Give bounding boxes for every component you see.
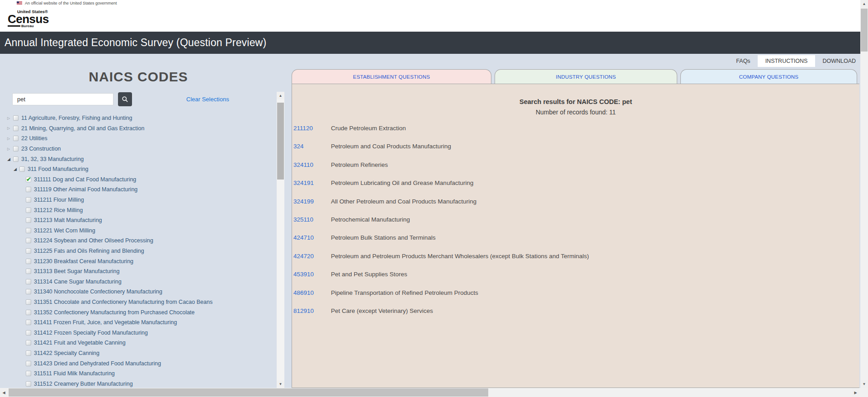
page-scroll-right-button[interactable]: ▶	[852, 388, 859, 397]
result-code-link[interactable]: 424710	[293, 233, 331, 242]
search-button[interactable]	[118, 92, 132, 106]
census-logo[interactable]: United States® Census Bureau	[8, 9, 49, 28]
tree-scrollbar[interactable]: ▲ ▼	[277, 92, 284, 388]
checkbox-checked[interactable]: ✔	[26, 177, 31, 182]
collapse-icon[interactable]: ◢	[7, 157, 13, 161]
checkbox[interactable]	[26, 217, 31, 223]
tree-item-label[interactable]: 311211 Flour Milling	[34, 197, 84, 203]
checkbox[interactable]	[26, 381, 31, 387]
tree-item[interactable]: 311221 Wet Corn Milling	[0, 226, 277, 236]
tree-item-label[interactable]: 311423 Dried and Dehydrated Food Manufac…	[34, 360, 161, 367]
tree-scroll-down-button[interactable]: ▼	[277, 380, 284, 388]
checkbox[interactable]	[26, 340, 31, 345]
page-horizontal-scrollbar[interactable]: ◀ ▶	[0, 388, 868, 397]
tree-item-label[interactable]: 311422 Specialty Canning	[34, 350, 99, 356]
tree-item[interactable]: 311119 Other Animal Food Manufacturing	[0, 184, 277, 195]
tree-item-label[interactable]: 311313 Beet Sugar Manufacturing	[34, 268, 119, 274]
expand-icon[interactable]: ▷	[7, 116, 13, 120]
tree-item-label[interactable]: 311351 Chocolate and Confectionery Manuf…	[34, 299, 212, 305]
result-code-link[interactable]: 486910	[293, 288, 331, 298]
checkbox[interactable]	[26, 320, 31, 325]
tree-item-label[interactable]: 311412 Frozen Specialty Food Manufacturi…	[34, 330, 148, 336]
result-code-link[interactable]: 324199	[293, 197, 331, 206]
faqs-link[interactable]: FAQs	[736, 58, 750, 64]
checkbox[interactable]	[26, 228, 31, 233]
tree-item-label[interactable]: 311314 Cane Sugar Manufacturing	[34, 279, 122, 285]
tree-item-label[interactable]: 311230 Breakfast Cereal Manufacturing	[34, 258, 133, 265]
checkbox[interactable]	[26, 330, 31, 336]
result-code-link[interactable]: 812910	[293, 307, 331, 316]
page-scroll-left-button[interactable]: ◀	[0, 388, 8, 397]
tree-item[interactable]: 311213 Malt Manufacturing	[0, 215, 277, 226]
tree-item-label[interactable]: 311111 Dog and Cat Food Manufacturing	[34, 176, 136, 183]
checkbox[interactable]	[26, 197, 31, 203]
tree-item[interactable]: 311313 Beet Sugar Manufacturing	[0, 266, 277, 277]
tab-industry-questions[interactable]: INDUSTRY QUESTIONS	[495, 69, 677, 84]
checkbox[interactable]	[13, 146, 19, 151]
result-code-link[interactable]: 453910	[293, 270, 331, 279]
tree-item[interactable]: ✔311111 Dog and Cat Food Manufacturing	[0, 175, 277, 185]
tree-item-label[interactable]: 311212 Rice Milling	[34, 207, 83, 213]
tree-item[interactable]: 311224 Soybean and Other Oilseed Process…	[0, 236, 277, 246]
tree-item[interactable]: 311340 Nonchocolate Confectionery Manufa…	[0, 287, 277, 297]
checkbox[interactable]	[26, 248, 31, 254]
checkbox[interactable]	[26, 350, 31, 356]
naics-search-input[interactable]	[12, 93, 113, 105]
tree-item-label[interactable]: 11 Agriculture, Forestry, Fishing and Hu…	[21, 115, 132, 121]
tree-item[interactable]: 311421 Fruit and Vegetable Canning	[0, 338, 277, 348]
tab-establishment-questions[interactable]: ESTABLISHMENT QUESTIONS	[292, 69, 491, 84]
checkbox[interactable]	[26, 299, 31, 305]
tree-item[interactable]: 311314 Cane Sugar Manufacturing	[0, 277, 277, 287]
checkbox[interactable]	[13, 156, 19, 162]
tree-item[interactable]: 311230 Breakfast Cereal Manufacturing	[0, 256, 277, 266]
tab-company-questions[interactable]: COMPANY QUESTIONS	[680, 69, 857, 84]
page-vertical-scrollbar[interactable]: ▲ ▼	[860, 0, 868, 388]
expand-icon[interactable]: ▷	[7, 147, 13, 151]
tree-item[interactable]: 311512 Creamery Butter Manufacturing	[0, 378, 277, 388]
tree-item[interactable]: 311352 Confectionery Manufacturing from …	[0, 307, 277, 317]
tree-item-label[interactable]: 311340 Nonchocolate Confectionery Manufa…	[34, 288, 162, 295]
tree-item-label[interactable]: 311225 Fats and Oils Refining and Blendi…	[34, 248, 144, 254]
tree-item-label[interactable]: 311119 Other Animal Food Manufacturing	[34, 186, 137, 193]
clear-selections-link[interactable]: Clear Selections	[186, 96, 229, 103]
tree-item[interactable]: ▷11 Agriculture, Forestry, Fishing and H…	[0, 113, 277, 123]
checkbox[interactable]	[13, 126, 19, 131]
checkbox[interactable]	[26, 269, 31, 274]
tree-item[interactable]: 311412 Frozen Specialty Food Manufacturi…	[0, 327, 277, 338]
result-code-link[interactable]: 324191	[293, 179, 331, 188]
tree-item-label[interactable]: 311213 Malt Manufacturing	[34, 217, 102, 223]
tree-scroll-thumb[interactable]	[277, 103, 284, 180]
tree-item[interactable]: 311422 Specialty Canning	[0, 348, 277, 359]
result-code-link[interactable]: 325110	[293, 215, 331, 224]
checkbox[interactable]	[26, 310, 31, 315]
checkbox[interactable]	[26, 208, 31, 213]
collapse-icon[interactable]: ◢	[14, 167, 19, 171]
checkbox[interactable]	[26, 279, 31, 284]
tree-item[interactable]: 311511 Fluid Milk Manufacturing	[0, 369, 277, 379]
result-code-link[interactable]: 211120	[293, 124, 331, 133]
checkbox[interactable]	[13, 136, 19, 141]
tree-item[interactable]: 311411 Frozen Fruit, Juice, and Vegetabl…	[0, 317, 277, 328]
checkbox[interactable]	[26, 259, 31, 264]
tree-item-label[interactable]: 311224 Soybean and Other Oilseed Process…	[34, 237, 153, 244]
result-code-link[interactable]: 324110	[293, 161, 331, 170]
tree-item-label[interactable]: 22 Utilities	[21, 135, 47, 142]
expand-icon[interactable]: ▷	[7, 126, 13, 130]
tree-item-label[interactable]: 21 Mining, Quarrying, and Oil and Gas Ex…	[21, 125, 144, 132]
tree-item[interactable]: 311212 Rice Milling	[0, 205, 277, 215]
tree-item[interactable]: 311351 Chocolate and Confectionery Manuf…	[0, 297, 277, 307]
tree-item[interactable]: ▷22 Utilities	[0, 133, 277, 144]
tree-scroll-up-button[interactable]: ▲	[277, 92, 284, 99]
tree-item-label[interactable]: 311421 Fruit and Vegetable Canning	[34, 340, 126, 346]
page-vertical-scroll-thumb[interactable]	[861, 9, 868, 52]
checkbox[interactable]	[13, 115, 19, 121]
checkbox[interactable]	[26, 371, 31, 376]
tree-item-label[interactable]: 311511 Fluid Milk Manufacturing	[34, 370, 115, 377]
tree-item-label[interactable]: 311221 Wet Corn Milling	[34, 227, 95, 234]
checkbox[interactable]	[26, 238, 31, 243]
tree-item-label[interactable]: 23 Construction	[21, 146, 61, 152]
page-horizontal-scroll-thumb[interactable]	[9, 388, 488, 397]
download-link[interactable]: DOWNLOAD	[822, 58, 856, 64]
checkbox[interactable]	[26, 187, 31, 192]
tree-item[interactable]: 311423 Dried and Dehydrated Food Manufac…	[0, 358, 277, 369]
